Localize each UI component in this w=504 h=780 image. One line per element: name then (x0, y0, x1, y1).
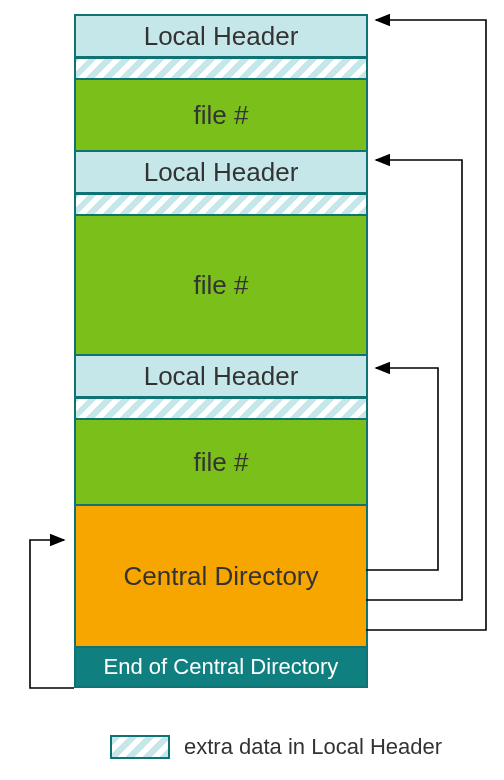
legend-swatch-icon (110, 735, 170, 759)
extra-data-block-1 (76, 58, 366, 80)
arrow-cd-to-lh1 (366, 20, 486, 630)
legend-label: extra data in Local Header (184, 734, 442, 760)
local-header-block-3: Local Header (76, 356, 366, 398)
legend: extra data in Local Header (110, 734, 442, 760)
central-directory-block: Central Directory (76, 506, 366, 648)
zip-layout-diagram: Local Header file # Local Header file # … (74, 14, 368, 688)
arrow-cd-to-lh2 (366, 160, 462, 600)
arrow-cd-to-lh3 (366, 368, 438, 570)
file-block-3: file # (76, 420, 366, 506)
extra-data-block-3 (76, 398, 366, 420)
file-block-2: file # (76, 216, 366, 356)
file-block-1: file # (76, 80, 366, 152)
local-header-block-1: Local Header (76, 16, 366, 58)
local-header-block-2: Local Header (76, 152, 366, 194)
arrow-eocd-to-cd (30, 540, 74, 688)
extra-data-block-2 (76, 194, 366, 216)
end-of-central-directory-block: End of Central Directory (76, 648, 366, 686)
